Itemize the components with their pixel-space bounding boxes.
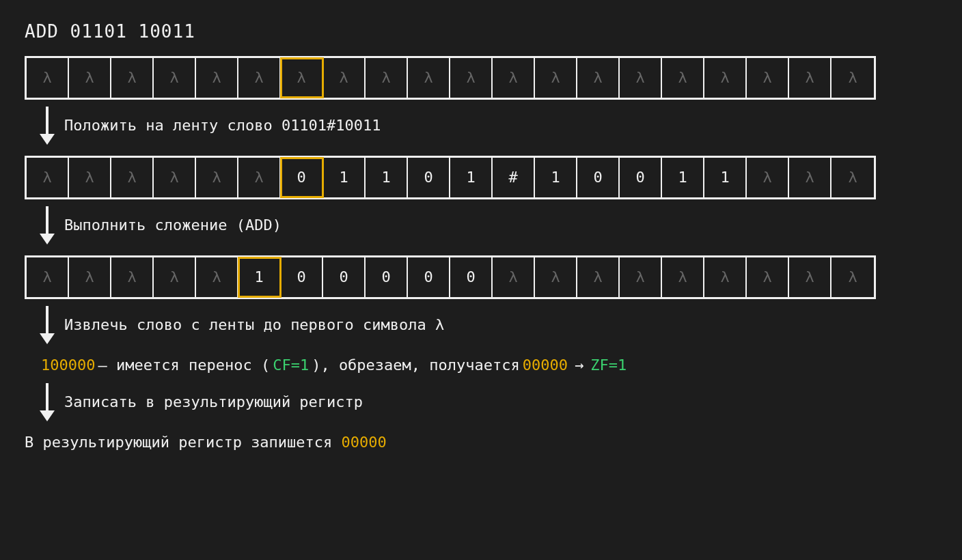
instruction-title: ADD 01101 10011 <box>25 19 937 44</box>
tape-cell: λ <box>535 58 577 98</box>
step-label: Извлечь слово с ленты до первого символа… <box>64 315 444 336</box>
tape-cell: λ <box>323 58 366 98</box>
final-result-line: В результирующий регистр запишется 00000 <box>25 432 937 453</box>
tape-cell: λ <box>27 58 69 98</box>
trimmed-word: 00000 <box>523 355 568 376</box>
tape-cell: 0 <box>323 257 366 297</box>
tape-cell: λ <box>493 58 535 98</box>
final-value: 00000 <box>342 434 387 451</box>
tape-cell: λ <box>69 158 111 197</box>
tape-cell: λ <box>366 58 408 98</box>
step-row-2: Извлечь слово с ленты до первого символа… <box>41 306 937 344</box>
down-arrow-icon <box>41 206 53 244</box>
step-label: Положить на ленту слово 01101#10011 <box>64 115 381 137</box>
tape-cell: λ <box>238 58 281 98</box>
tape-cell: λ <box>789 158 832 197</box>
tape-cell: λ <box>747 158 789 197</box>
tape-cell: λ <box>154 257 196 297</box>
step-label: Выполнить сложение (ADD) <box>64 215 281 236</box>
tape-cell: 0 <box>408 158 450 197</box>
final-prefix: В результирующий регистр запишется <box>25 434 342 451</box>
tape-cell: λ <box>69 58 111 98</box>
step-label: Записать в результирующий регистр <box>64 392 363 413</box>
tape-cell: λ <box>832 257 874 297</box>
tape-cell: λ <box>196 58 238 98</box>
tape-cell: λ <box>27 257 69 297</box>
tape-cell: λ <box>704 58 747 98</box>
tape-cell: λ <box>789 58 832 98</box>
tape-cell: λ <box>154 58 196 98</box>
carry-result-line: 100000 — имеется перенос (CF=1), обрезае… <box>41 355 937 376</box>
tape-cell: λ <box>832 158 874 197</box>
tape-cell: λ <box>408 58 450 98</box>
tape-cell: λ <box>535 257 577 297</box>
tape-cell: 1 <box>535 158 577 197</box>
tape-cell: λ <box>69 257 111 297</box>
step-row-3: Записать в результирующий регистр <box>41 383 937 421</box>
tape-cell: λ <box>281 58 323 98</box>
tape-cell: 0 <box>408 257 450 297</box>
tape-cell: 0 <box>366 257 408 297</box>
tape-cell: λ <box>789 257 832 297</box>
tape-cell: λ <box>704 257 747 297</box>
tape-cell: λ <box>662 58 704 98</box>
tape-cell: λ <box>27 158 69 197</box>
tape-cell: # <box>493 158 535 197</box>
tape-cell: 0 <box>450 257 493 297</box>
tape-0: λλλλλλλλλλλλλλλλλλλλ <box>25 56 876 100</box>
tape-cell: 1 <box>366 158 408 197</box>
text: ), обрезаем, получается <box>312 355 520 376</box>
tape-cell: λ <box>662 257 704 297</box>
tape-cell: λ <box>620 58 662 98</box>
tape-cell: 1 <box>323 158 366 197</box>
tape-cell: 1 <box>662 158 704 197</box>
tape-cell: λ <box>620 257 662 297</box>
tape-cell: λ <box>747 257 789 297</box>
tape-cell: λ <box>450 58 493 98</box>
cf-flag: CF=1 <box>273 355 309 376</box>
turing-machine-diagram: λλλλλλλλλλλλλλλλλλλλПоложить на ленту сл… <box>25 56 937 453</box>
tape-cell: λ <box>747 58 789 98</box>
step-row-1: Выполнить сложение (ADD) <box>41 206 937 244</box>
tape-cell: λ <box>154 158 196 197</box>
tape-cell: λ <box>196 257 238 297</box>
right-arrow-icon: → <box>575 355 583 376</box>
tape-cell: λ <box>577 58 620 98</box>
tape-1: λλλλλλ01101#10011λλλ <box>25 156 876 199</box>
raw-word: 100000 <box>41 355 95 376</box>
text: — имеется перенос ( <box>98 355 270 376</box>
step-row-0: Положить на ленту слово 01101#10011 <box>41 107 937 145</box>
tape-cell: 0 <box>281 158 323 197</box>
tape-cell: λ <box>832 58 874 98</box>
tape-cell: 1 <box>238 257 281 297</box>
tape-cell: λ <box>493 257 535 297</box>
down-arrow-icon <box>41 383 53 421</box>
tape-2: λλλλλ100000λλλλλλλλλ <box>25 255 876 299</box>
tape-cell: λ <box>111 257 154 297</box>
tape-cell: 1 <box>450 158 493 197</box>
zf-flag: ZF=1 <box>590 355 627 376</box>
tape-cell: λ <box>111 58 154 98</box>
tape-cell: λ <box>196 158 238 197</box>
tape-cell: 1 <box>704 158 747 197</box>
tape-cell: 0 <box>577 158 620 197</box>
down-arrow-icon <box>41 306 53 344</box>
tape-cell: λ <box>238 158 281 197</box>
tape-cell: λ <box>111 158 154 197</box>
tape-cell: 0 <box>281 257 323 297</box>
tape-cell: λ <box>577 257 620 297</box>
down-arrow-icon <box>41 107 53 145</box>
tape-cell: 0 <box>620 158 662 197</box>
